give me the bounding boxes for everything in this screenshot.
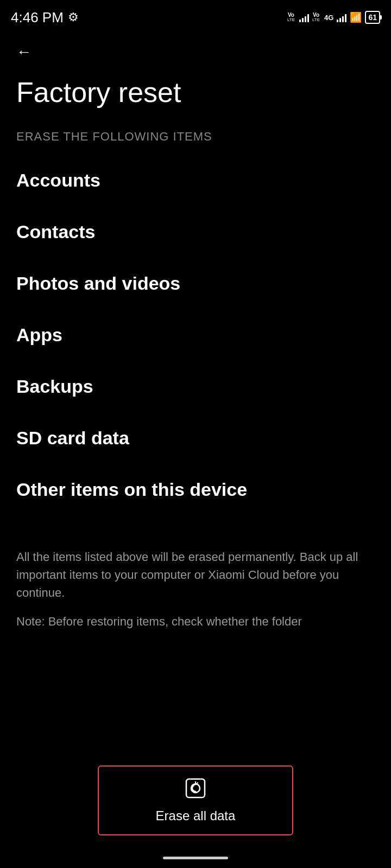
back-button[interactable]: ← [0, 33, 48, 66]
wifi-icon: 📶 [350, 11, 362, 23]
page-title: Factory reset [0, 66, 391, 124]
erase-all-label: Erase all data [156, 808, 236, 824]
erase-all-button[interactable]: Erase all data [98, 765, 293, 835]
erase-all-icon [185, 777, 206, 804]
time-text: 4:46 PM [11, 9, 64, 26]
warning-note-text: Note: Before restoring items, check whet… [16, 612, 375, 632]
volte1-indicator: Vo LTE [287, 12, 295, 22]
erase-items-list: Accounts Contacts Photos and videos Apps… [0, 155, 391, 515]
warning-main-text: All the items listed above will be erase… [16, 548, 375, 602]
bottom-button-area: Erase all data [0, 765, 391, 835]
status-time-area: 4:46 PM ⚙ [11, 9, 79, 26]
erase-item-sd-card: SD card data [16, 412, 375, 464]
status-icons: Vo LTE Vo LTE 4G 📶 61 [287, 11, 380, 24]
erase-item-apps: Apps [16, 309, 375, 361]
battery-indicator: 61 [365, 11, 380, 24]
4g-badge: 4G [324, 14, 333, 22]
home-indicator [163, 857, 228, 859]
status-bar: 4:46 PM ⚙ Vo LTE Vo LTE 4G 📶 61 [0, 0, 391, 33]
warning-section: All the items listed above will be erase… [0, 515, 391, 643]
settings-icon: ⚙ [68, 10, 79, 24]
erase-svg-icon [185, 777, 206, 799]
signal-bars-1 [299, 12, 309, 22]
status-time: 4:46 PM ⚙ [11, 9, 79, 26]
erase-section-label: ERASE THE FOLLOWING ITEMS [0, 124, 391, 155]
erase-item-backups: Backups [16, 361, 375, 412]
erase-item-contacts: Contacts [16, 206, 375, 258]
erase-item-photos-videos: Photos and videos [16, 258, 375, 309]
erase-item-other: Other items on this device [16, 464, 375, 515]
erase-item-accounts: Accounts [16, 155, 375, 206]
volte2-indicator: Vo LTE [312, 12, 320, 22]
signal-bars-2 [337, 12, 346, 22]
battery-level: 61 [368, 13, 377, 22]
